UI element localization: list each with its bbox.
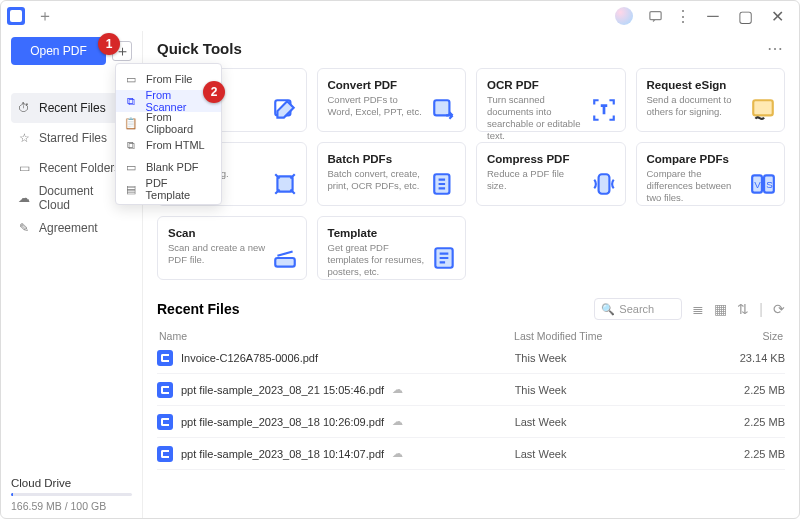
tool-title: Scan: [168, 227, 296, 239]
search-placeholder: Search: [619, 303, 654, 315]
compare-icon: VS: [750, 171, 776, 197]
refresh-icon[interactable]: ⟳: [773, 301, 785, 317]
cloud-status-icon: ☁: [392, 447, 403, 460]
svg-text:V: V: [754, 179, 761, 190]
file-row[interactable]: ppt file-sample_2023_08_18 10:14:07.pdf …: [157, 438, 785, 470]
menu-item-label: PDF Template: [146, 177, 213, 201]
file-time: This Week: [515, 384, 725, 396]
search-input[interactable]: 🔍 Search: [594, 298, 682, 320]
file-time: Last Week: [515, 416, 725, 428]
sidebar-item-agreement[interactable]: ✎ Agreement: [11, 213, 132, 243]
menu-item-label: From HTML: [146, 139, 205, 151]
compress-icon: [591, 171, 617, 197]
close-button[interactable]: ✕: [761, 2, 793, 30]
tool-desc: Send a document to others for signing.: [647, 94, 745, 118]
file-name: ppt file-sample_2023_08_18 10:14:07.pdf: [181, 448, 384, 460]
grid-view-icon[interactable]: ▦: [714, 301, 727, 317]
list-view-icon[interactable]: ≣: [692, 301, 704, 317]
menu-item-icon: 📋: [124, 117, 138, 130]
tool-desc: Reduce a PDF file size.: [487, 168, 585, 192]
scan-icon: [272, 245, 298, 271]
ocr-icon: [591, 97, 617, 123]
maximize-button[interactable]: ▢: [729, 2, 761, 30]
sidebar-item-label: Starred Files: [39, 131, 107, 145]
file-size: 2.25 MB: [725, 448, 785, 460]
tool-scan[interactable]: Scan Scan and create a new PDF file.: [157, 216, 307, 280]
pdf-file-icon: [157, 350, 173, 366]
kebab-menu-icon[interactable]: ⋮: [669, 2, 697, 30]
new-tab-button[interactable]: ＋: [31, 4, 59, 28]
menu-item-from-clipboard[interactable]: 📋From Clipboard: [116, 112, 221, 134]
file-name: ppt file-sample_2023_08_21 15:05:46.pdf: [181, 384, 384, 396]
tool-compare-pdfs[interactable]: Compare PDFs Compare the differences bet…: [636, 142, 786, 206]
menu-item-blank-pdf[interactable]: ▭Blank PDF: [116, 156, 221, 178]
star-icon: ☆: [17, 131, 31, 145]
svg-rect-4: [277, 176, 292, 191]
app-logo-icon: [7, 7, 25, 25]
view-toggle: ≣ ▦ ⇅ | ⟳: [692, 301, 785, 317]
sort-icon[interactable]: ⇅: [737, 301, 749, 317]
sidebar-nav: ⏱ Recent Files ☆ Starred Files ▭ Recent …: [11, 93, 132, 243]
main-area: Quick Tools ⋯ mages in a Convert PDF Con…: [143, 31, 799, 518]
menu-item-label: Blank PDF: [146, 161, 199, 173]
menu-item-label: From Clipboard: [146, 111, 213, 135]
tool-ocr-pdf[interactable]: OCR PDF Turn scanned documents into sear…: [476, 68, 626, 132]
menu-item-pdf-template[interactable]: ▤PDF Template: [116, 178, 221, 200]
menu-item-icon: ⧉: [124, 95, 138, 108]
file-row[interactable]: ppt file-sample_2023_08_18 10:26:09.pdf …: [157, 406, 785, 438]
tool-title: Convert PDF: [328, 79, 456, 91]
sidebar-item-label: Agreement: [39, 221, 98, 235]
menu-item-icon: ▭: [124, 161, 138, 174]
cloud-status-icon: ☁: [392, 383, 403, 396]
tool-desc: Scan and create a new PDF file.: [168, 242, 266, 266]
tool-template[interactable]: Template Get great PDF templates for res…: [317, 216, 467, 280]
svg-rect-6: [598, 174, 609, 194]
tool-title: Template: [328, 227, 456, 239]
svg-rect-3: [753, 100, 773, 115]
file-size: 2.25 MB: [725, 384, 785, 396]
feedback-icon[interactable]: [641, 2, 669, 30]
col-size: Size: [723, 330, 783, 342]
quick-tools-grid: mages in a Convert PDF Convert PDFs to W…: [157, 68, 785, 280]
titlebar: ＋ ⋮ ─ ▢ ✕: [1, 1, 799, 31]
template-icon: [431, 245, 457, 271]
quick-tools-more-icon[interactable]: ⋯: [767, 39, 785, 58]
open-pdf-button[interactable]: Open PDF: [11, 37, 106, 65]
pdf-file-icon: [157, 382, 173, 398]
svg-rect-2: [434, 100, 449, 115]
file-row[interactable]: Invoice-C126A785-0006.pdf This Week 23.1…: [157, 342, 785, 374]
tool-desc: Compare the differences between two file…: [647, 168, 745, 204]
pdf-file-icon: [157, 446, 173, 462]
tool-batch-pdfs[interactable]: Batch PDFs Batch convert, create, print,…: [317, 142, 467, 206]
folder-icon: ▭: [17, 161, 31, 175]
file-size: 2.25 MB: [725, 416, 785, 428]
sidebar-item-recent-folders[interactable]: ▭ Recent Folders: [11, 153, 132, 183]
combine-icon: [272, 171, 298, 197]
col-time: Last Modified Time: [514, 330, 723, 342]
sidebar-item-recent-files[interactable]: ⏱ Recent Files: [11, 93, 132, 123]
file-row[interactable]: ppt file-sample_2023_08_21 15:05:46.pdf …: [157, 374, 785, 406]
tool-desc: Get great PDF templates for resumes, pos…: [328, 242, 426, 278]
ai-orb-icon[interactable]: [615, 7, 633, 25]
cloud-drive-label: Cloud Drive: [11, 477, 132, 489]
tool-convert-pdf[interactable]: Convert PDF Convert PDFs to Word, Excel,…: [317, 68, 467, 132]
menu-item-icon: ▤: [124, 183, 138, 196]
esign-icon: [750, 97, 776, 123]
svg-text:S: S: [766, 179, 773, 190]
search-icon: 🔍: [601, 303, 615, 316]
tool-compress-pdf[interactable]: Compress PDF Reduce a PDF file size.: [476, 142, 626, 206]
tool-title: Compress PDF: [487, 153, 615, 165]
col-name: Name: [159, 330, 514, 342]
minimize-button[interactable]: ─: [697, 2, 729, 30]
file-time: Last Week: [515, 448, 725, 460]
menu-item-from-html[interactable]: ⧉From HTML: [116, 134, 221, 156]
cloud-drive-panel: Cloud Drive 166.59 MB / 100 GB: [11, 477, 132, 512]
tool-title: Compare PDFs: [647, 153, 775, 165]
sidebar-item-label: Recent Folders: [39, 161, 120, 175]
tool-request-esign[interactable]: Request eSign Send a document to others …: [636, 68, 786, 132]
cloud-drive-bar: [11, 493, 132, 496]
menu-item-icon: ⧉: [124, 139, 138, 152]
tool-desc: Convert PDFs to Word, Excel, PPT, etc.: [328, 94, 426, 118]
sidebar-item-starred-files[interactable]: ☆ Starred Files: [11, 123, 132, 153]
sidebar-item-document-cloud[interactable]: ☁ Document Cloud: [11, 183, 132, 213]
